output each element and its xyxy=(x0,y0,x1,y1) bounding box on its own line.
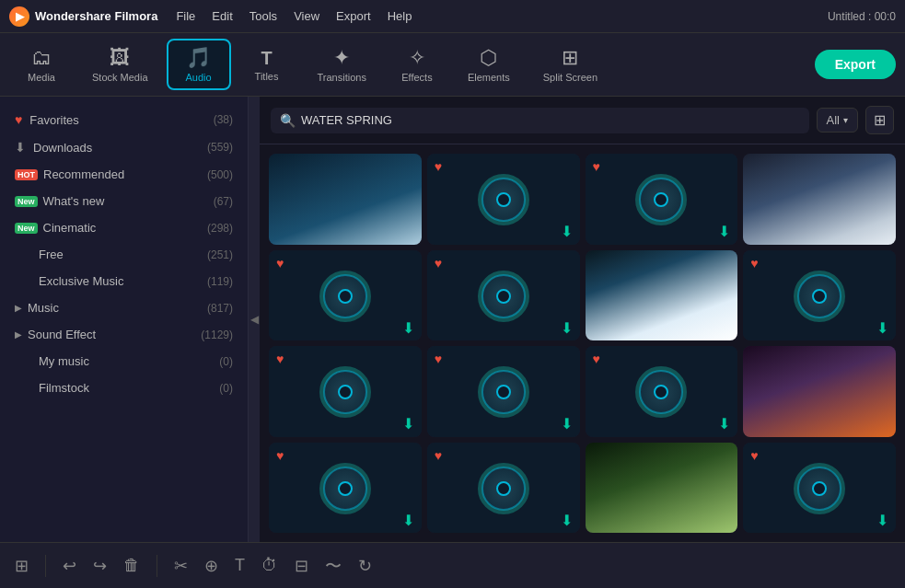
download-icon: ⬇ xyxy=(718,223,730,240)
clock-icon[interactable]: ⏱ xyxy=(261,556,278,575)
stamp-icon[interactable]: ⊕ xyxy=(204,556,218,576)
menu-tools[interactable]: Tools xyxy=(249,9,277,23)
audio-grid: Water Spring ♥ ⬇ Water Splash ♥ ⬇ Shallo… xyxy=(260,144,905,542)
audio-card-riptide[interactable]: Riptide xyxy=(743,154,896,245)
main-panel: ♥ Favorites (38) ⬇ Downloads (559) HOT R… xyxy=(0,97,905,542)
toolbar-effects[interactable]: ✧ Effects xyxy=(385,40,449,88)
toolbar-audio[interactable]: 🎵 Audio xyxy=(167,39,231,90)
sidebar-item-exclusive[interactable]: Exclusive Music (119) xyxy=(0,268,248,294)
grid-view-button[interactable]: ⊞ xyxy=(865,106,894,134)
audio-card-inspiration[interactable]: Inspiration xyxy=(743,346,896,437)
sidebar-item-free[interactable]: Free (251) xyxy=(0,241,248,268)
undo-icon[interactable]: ↩ xyxy=(63,556,76,576)
titles-label: Titles xyxy=(255,71,279,82)
disc-ring xyxy=(323,467,367,511)
sidebar-free-count: (251) xyxy=(207,248,233,261)
favorite-icon: ♥ xyxy=(750,448,758,463)
audio-card-butterfly[interactable]: Butterfly xyxy=(586,443,738,534)
toolbar-media[interactable]: 🗂 Media xyxy=(9,40,74,88)
menu-view[interactable]: View xyxy=(294,9,319,23)
export-button[interactable]: Export xyxy=(815,50,896,79)
toolbar-titles[interactable]: T Titles xyxy=(235,42,299,87)
equalizer-icon[interactable]: ⊟ xyxy=(295,556,308,576)
text-icon[interactable]: T xyxy=(235,556,245,575)
favorite-icon: ♥ xyxy=(276,352,284,366)
rotate-icon[interactable]: ↻ xyxy=(358,556,372,576)
delete-icon[interactable]: 🗑 xyxy=(123,556,140,575)
sidebar-mymusic-label: My music xyxy=(39,354,89,368)
audio-card-so-clear[interactable]: ♥ ⬇ So Clear xyxy=(427,346,580,437)
sidebar-music-label: Music xyxy=(28,301,59,315)
disc-narcissus xyxy=(319,463,371,514)
toolbar-stock-media[interactable]: 🖼 Stock Media xyxy=(77,40,163,88)
toolbar-split-screen[interactable]: ⊞ Split Screen xyxy=(528,40,612,88)
sidebar-collapse-panel[interactable]: ◀ xyxy=(249,97,260,542)
toolbar-transitions[interactable]: ✦ Transitions xyxy=(303,40,381,88)
sidebar-recommended-label: Recommended xyxy=(43,167,124,181)
download-icon: ⬇ xyxy=(561,319,573,337)
search-input[interactable] xyxy=(301,113,800,127)
filter-dropdown[interactable]: All ▾ xyxy=(817,108,858,133)
redo-icon[interactable]: ↪ xyxy=(93,556,107,576)
audio-thumb-water-ai: ♥ ⬇ xyxy=(269,250,422,341)
sidebar-item-recommended[interactable]: HOT Recommended (500) xyxy=(0,161,248,188)
sidebar-item-cinematic[interactable]: New Cinematic (298) xyxy=(0,214,248,241)
sidebar-soundeffect-label: Sound Effect xyxy=(28,328,96,341)
toolbar-elements[interactable]: ⬡ Elements xyxy=(453,40,525,88)
sidebar-item-sound-effect[interactable]: ▶ Sound Effect (1129) xyxy=(0,321,248,348)
audio-card-water-ai[interactable]: ♥ ⬇ Water-AI Sound... xyxy=(269,250,422,341)
sidebar-item-whats-new[interactable]: New What's new (67) xyxy=(0,188,248,214)
search-input-wrap[interactable]: 🔍 xyxy=(271,108,809,133)
audio-thumb-inspiration xyxy=(743,346,896,437)
split-screen-icon: ⊞ xyxy=(562,46,578,70)
effects-label: Effects xyxy=(401,72,432,83)
search-bar: 🔍 All ▾ ⊞ xyxy=(260,97,905,144)
stock-media-icon: 🖼 xyxy=(110,46,130,70)
disc-ring xyxy=(482,274,526,318)
disc-ring xyxy=(323,274,367,318)
sidebar-exclusive-count: (119) xyxy=(207,275,233,288)
sidebar: ♥ Favorites (38) ⬇ Downloads (559) HOT R… xyxy=(0,97,249,542)
sidebar-mymusic-count: (0) xyxy=(219,355,233,368)
audio-card-when-streams[interactable]: ♥ ⬇ When streams xyxy=(427,443,580,534)
download-icon: ⬇ xyxy=(402,512,414,529)
new-badge-whats-new: New xyxy=(15,196,38,207)
audio-card-over-the-hills[interactable]: ♥ ⬇ Over the Hills xyxy=(743,443,896,534)
sidebar-whatsnew-count: (67) xyxy=(214,195,233,208)
audio-thumb-water-splash: ♥ ⬇ xyxy=(427,154,580,245)
audio-thumb-intro-bass: ♥ ⬇ xyxy=(586,346,738,437)
menu-edit[interactable]: Edit xyxy=(212,9,232,23)
split-screen-label: Split Screen xyxy=(543,72,598,83)
scissors-icon[interactable]: ✂ xyxy=(174,556,188,576)
titles-icon: T xyxy=(261,48,272,69)
audio-card-deep-blue-sea-2[interactable]: ♥ ⬇ Deep Blue Sea -... xyxy=(269,346,422,437)
sidebar-item-music[interactable]: ▶ Music (817) xyxy=(0,294,248,321)
toolbar: 🗂 Media 🖼 Stock Media 🎵 Audio T Titles ✦… xyxy=(0,33,905,97)
sidebar-item-downloads[interactable]: ⬇ Downloads (559) xyxy=(0,133,248,161)
audio-card-shallow-water[interactable]: ♥ ⬇ Shallow Water xyxy=(586,154,738,245)
audio-card-water-splash[interactable]: ♥ ⬇ Water Splash xyxy=(427,154,580,245)
favorite-icon: ♥ xyxy=(593,352,600,366)
disc-ring xyxy=(639,370,683,414)
audio-card-water-drop[interactable]: ♥ ⬇ Water Drop xyxy=(743,250,896,341)
grid-layout-icon[interactable]: ⊞ xyxy=(15,556,29,576)
sidebar-item-my-music[interactable]: My music (0) xyxy=(0,348,248,375)
disc-when-streams xyxy=(478,463,529,514)
menu-file[interactable]: File xyxy=(176,9,195,23)
menu-export[interactable]: Export xyxy=(336,9,371,23)
sidebar-soundeffect-count: (1129) xyxy=(201,329,233,341)
media-icon: 🗂 xyxy=(31,46,52,70)
audio-card-narcissus[interactable]: ♥ ⬇ Narcissus xyxy=(269,443,422,534)
audio-card-water-full[interactable]: Water Full of Sh... xyxy=(586,250,738,341)
chevron-down-icon: ▾ xyxy=(843,115,848,125)
audio-card-water-spring[interactable]: Water Spring xyxy=(269,154,422,245)
audio-card-intro-bass[interactable]: ♥ ⬇ Intro Bass xyxy=(586,346,738,437)
audio-card-deep-blue-sea[interactable]: ♥ ⬇ Deep Blue Sea xyxy=(427,250,580,341)
transitions-label: Transitions xyxy=(318,72,366,83)
audio-thumb-deep-blue-sea: ♥ ⬇ xyxy=(427,250,580,341)
sidebar-item-filmstock[interactable]: Filmstock (0) xyxy=(0,375,248,401)
waveform-icon[interactable]: 〜 xyxy=(325,555,342,577)
hot-badge: HOT xyxy=(15,169,38,180)
menu-help[interactable]: Help xyxy=(388,9,412,23)
sidebar-item-favorites[interactable]: ♥ Favorites (38) xyxy=(0,106,248,133)
